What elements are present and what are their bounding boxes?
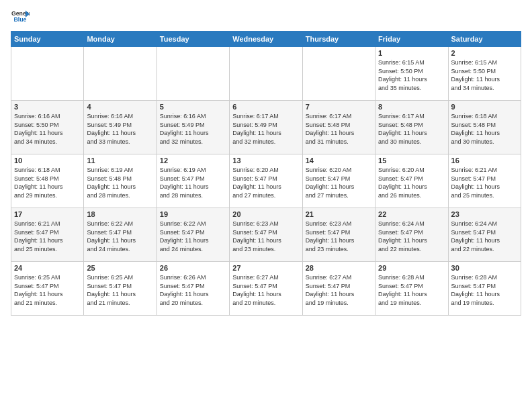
day-number: 6: [232, 103, 299, 111]
day-info-line: Sunset: 5:50 PM: [378, 67, 445, 76]
day-info-line: Daylight: 11 hours: [232, 129, 299, 138]
day-info-line: Daylight: 11 hours: [451, 183, 518, 191]
day-cell: [11, 47, 84, 101]
day-cell: 17Sunrise: 6:21 AMSunset: 5:47 PMDayligh…: [11, 208, 84, 262]
day-cell: 16Sunrise: 6:21 AMSunset: 5:47 PMDayligh…: [448, 154, 521, 208]
day-info-line: Sunrise: 6:24 AM: [451, 220, 518, 228]
day-info-line: Sunrise: 6:20 AM: [378, 166, 445, 175]
header-cell-monday: Monday: [84, 32, 157, 47]
day-info-line: and 20 minutes.: [160, 299, 226, 308]
day-number: 24: [14, 264, 81, 272]
day-cell: 24Sunrise: 6:25 AMSunset: 5:47 PMDayligh…: [11, 262, 84, 316]
day-number: 18: [87, 210, 153, 218]
day-cell: 25Sunrise: 6:25 AMSunset: 5:47 PMDayligh…: [84, 262, 157, 316]
day-info-line: Daylight: 11 hours: [14, 236, 81, 245]
day-number: 10: [14, 156, 81, 165]
day-info-line: Sunrise: 6:16 AM: [160, 112, 226, 121]
day-info-line: Sunset: 5:48 PM: [378, 121, 445, 130]
day-info-line: Sunset: 5:47 PM: [87, 228, 153, 237]
day-info-line: Sunset: 5:47 PM: [451, 228, 518, 237]
day-info-line: and 19 minutes.: [451, 299, 518, 308]
day-info-line: Daylight: 11 hours: [451, 75, 518, 84]
day-info-line: and 24 minutes.: [160, 245, 226, 254]
day-number: 27: [232, 264, 299, 272]
day-cell: 5Sunrise: 6:16 AMSunset: 5:49 PMDaylight…: [157, 101, 229, 154]
day-info-line: and 20 minutes.: [232, 299, 299, 308]
day-info-line: Daylight: 11 hours: [160, 129, 226, 138]
day-info-line: Sunset: 5:47 PM: [160, 228, 226, 237]
day-info-line: Sunset: 5:47 PM: [87, 282, 153, 291]
day-info-line: Daylight: 11 hours: [87, 290, 153, 299]
day-info-line: Sunrise: 6:18 AM: [451, 112, 518, 121]
day-cell: [302, 47, 375, 101]
day-info-line: Daylight: 11 hours: [451, 236, 518, 245]
day-info-line: Daylight: 11 hours: [87, 183, 153, 191]
day-info-line: and 21 minutes.: [14, 299, 81, 308]
day-info-line: Sunset: 5:48 PM: [87, 175, 153, 183]
day-info-line: Sunset: 5:49 PM: [87, 121, 153, 130]
day-info-line: and 30 minutes.: [451, 138, 518, 146]
week-row-1: 1Sunrise: 6:15 AMSunset: 5:50 PMDaylight…: [11, 47, 521, 101]
day-info-line: Daylight: 11 hours: [451, 290, 518, 299]
day-info-line: Sunset: 5:49 PM: [232, 121, 299, 130]
day-info-line: Daylight: 11 hours: [14, 183, 81, 191]
day-cell: 26Sunrise: 6:26 AMSunset: 5:47 PMDayligh…: [157, 262, 229, 316]
day-cell: 19Sunrise: 6:22 AMSunset: 5:47 PMDayligh…: [157, 208, 229, 262]
day-info-line: and 25 minutes.: [14, 245, 81, 254]
day-number: 25: [87, 264, 153, 272]
day-info-line: Sunset: 5:50 PM: [14, 121, 81, 130]
day-info-line: Sunrise: 6:24 AM: [378, 220, 445, 228]
day-cell: 20Sunrise: 6:23 AMSunset: 5:47 PMDayligh…: [230, 208, 302, 262]
day-info-line: Sunrise: 6:18 AM: [14, 166, 81, 175]
day-info-line: Sunset: 5:48 PM: [14, 175, 81, 183]
day-cell: 9Sunrise: 6:18 AMSunset: 5:48 PMDaylight…: [448, 101, 521, 154]
day-number: 8: [378, 103, 445, 111]
day-info-line: Sunset: 5:47 PM: [306, 282, 372, 291]
day-number: 4: [87, 103, 153, 111]
day-info-line: Daylight: 11 hours: [87, 129, 153, 138]
day-info-line: Sunrise: 6:20 AM: [306, 166, 372, 175]
day-info-line: Sunrise: 6:23 AM: [232, 220, 299, 228]
day-info-line: Sunrise: 6:17 AM: [306, 112, 372, 121]
day-cell: 28Sunrise: 6:27 AMSunset: 5:47 PMDayligh…: [302, 262, 375, 316]
day-cell: 10Sunrise: 6:18 AMSunset: 5:48 PMDayligh…: [11, 154, 84, 208]
day-info-line: Sunrise: 6:20 AM: [232, 166, 299, 175]
week-row-4: 17Sunrise: 6:21 AMSunset: 5:47 PMDayligh…: [11, 208, 521, 262]
day-info-line: Daylight: 11 hours: [306, 183, 372, 191]
day-info-line: Sunrise: 6:19 AM: [87, 166, 153, 175]
day-number: 29: [378, 264, 445, 272]
day-cell: 2Sunrise: 6:15 AMSunset: 5:50 PMDaylight…: [448, 47, 521, 101]
day-cell: 23Sunrise: 6:24 AMSunset: 5:47 PMDayligh…: [448, 208, 521, 262]
day-info-line: Sunrise: 6:21 AM: [451, 166, 518, 175]
day-number: 23: [451, 210, 518, 218]
day-info-line: and 31 minutes.: [306, 138, 372, 146]
day-info-line: and 27 minutes.: [306, 191, 372, 200]
day-info-line: Sunset: 5:47 PM: [232, 228, 299, 237]
day-number: 15: [378, 156, 445, 165]
day-number: 30: [451, 264, 518, 272]
day-info-line: Daylight: 11 hours: [378, 290, 445, 299]
logo-icon: General Blue: [11, 8, 30, 27]
day-info-line: Sunset: 5:47 PM: [160, 175, 226, 183]
day-info-line: and 22 minutes.: [451, 245, 518, 254]
day-cell: 18Sunrise: 6:22 AMSunset: 5:47 PMDayligh…: [84, 208, 157, 262]
day-info-line: Sunrise: 6:19 AM: [160, 166, 226, 175]
day-cell: [230, 47, 302, 101]
day-cell: 27Sunrise: 6:27 AMSunset: 5:47 PMDayligh…: [230, 262, 302, 316]
day-info-line: Daylight: 11 hours: [378, 129, 445, 138]
day-info-line: Daylight: 11 hours: [232, 236, 299, 245]
day-info-line: Daylight: 11 hours: [378, 75, 445, 84]
day-cell: 14Sunrise: 6:20 AMSunset: 5:47 PMDayligh…: [302, 154, 375, 208]
day-cell: 6Sunrise: 6:17 AMSunset: 5:49 PMDaylight…: [230, 101, 302, 154]
day-info-line: Sunset: 5:47 PM: [160, 282, 226, 291]
day-number: 7: [306, 103, 372, 111]
day-info-line: Sunrise: 6:22 AM: [87, 220, 153, 228]
day-info-line: Daylight: 11 hours: [160, 236, 226, 245]
day-info-line: and 30 minutes.: [378, 138, 445, 146]
day-info-line: and 22 minutes.: [378, 245, 445, 254]
calendar-header: SundayMondayTuesdayWednesdayThursdayFrid…: [11, 32, 521, 47]
day-cell: 29Sunrise: 6:28 AMSunset: 5:47 PMDayligh…: [375, 262, 448, 316]
day-info-line: Sunrise: 6:16 AM: [14, 112, 81, 121]
day-info-line: and 26 minutes.: [378, 191, 445, 200]
day-info-line: Sunset: 5:48 PM: [451, 121, 518, 130]
